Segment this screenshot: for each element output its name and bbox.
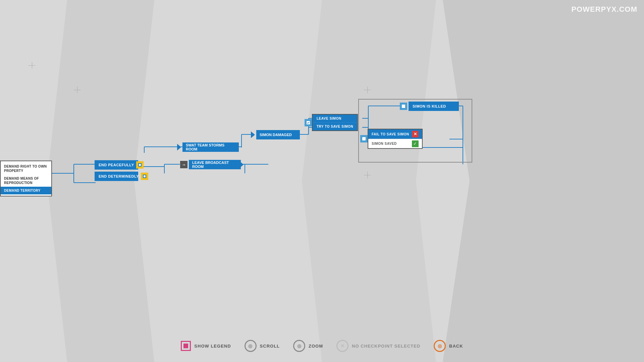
simon-damaged-node[interactable]: SIMON DAMAGED xyxy=(251,130,300,139)
watermark: POWERPYX.COM xyxy=(571,5,637,14)
back-button[interactable]: ◎ xyxy=(434,340,446,352)
simon-killed-node[interactable]: SIMON IS KILLED xyxy=(400,102,459,111)
svg-rect-40 xyxy=(362,137,366,140)
zoom-button: ◎ xyxy=(293,340,305,352)
no-checkpoint-button: ✕ xyxy=(336,340,348,352)
zoom-label: ZOOM xyxy=(309,344,323,349)
scroll-item: ◎ SCROLL xyxy=(245,340,280,352)
leave-broadcast-node[interactable]: ⇒ LEAVE BROADCAST ROOM xyxy=(180,160,244,169)
demand-right-item[interactable]: DEMAND RIGHT TO OWN PROPERTY xyxy=(1,163,51,175)
svg-rect-37 xyxy=(144,175,146,177)
no-checkpoint-label: NO CHECKPOINT SELECTED xyxy=(352,344,420,349)
svg-rect-39 xyxy=(402,105,405,108)
show-legend-item[interactable]: SHOW LEGEND xyxy=(181,341,231,351)
no-checkpoint-icon: ✕ xyxy=(340,343,345,349)
demand-means-item[interactable]: DEMAND MEANS OF REPRODUCTION xyxy=(1,175,51,187)
bottom-toolbar: SHOW LEGEND ◎ SCROLL ◎ ZOOM ✕ NO CHECKPO… xyxy=(0,340,644,352)
leave-simon-option[interactable]: LEAVE SIMON xyxy=(313,115,357,122)
end-determinedly-icon xyxy=(141,173,148,180)
back-icon: ◎ xyxy=(438,343,442,349)
no-checkpoint-item: ✕ NO CHECKPOINT SELECTED xyxy=(336,340,420,352)
back-item[interactable]: ◎ BACK xyxy=(434,340,463,352)
fail-save-box: FAIL TO SAVE SIMON ✕ SIMON SAVED ✓ xyxy=(368,129,423,149)
scroll-button: ◎ xyxy=(245,340,257,352)
fail-to-save-item[interactable]: FAIL TO SAVE SIMON ✕ xyxy=(368,129,422,139)
show-legend-icon xyxy=(183,344,188,348)
back-label: BACK xyxy=(449,344,463,349)
save-simon-choice: LEAVE SIMON TRY TO SAVE SIMON xyxy=(312,114,358,131)
decision-box: DEMAND RIGHT TO OWN PROPERTY DEMAND MEAN… xyxy=(0,161,52,196)
scroll-icon: ◎ xyxy=(248,343,253,349)
zoom-icon: ◎ xyxy=(297,343,302,349)
show-legend-button[interactable] xyxy=(181,341,191,351)
scroll-label: SCROLL xyxy=(260,344,280,349)
svg-rect-35 xyxy=(139,164,141,166)
demand-territory-item[interactable]: DEMAND TERRITORY xyxy=(1,187,51,194)
show-legend-label: SHOW LEGEND xyxy=(194,344,231,349)
swat-node[interactable]: SWAT TEAM STORMS ROOM xyxy=(177,142,239,152)
zoom-item: ◎ ZOOM xyxy=(293,340,323,352)
try-save-simon-option[interactable]: TRY TO SAVE SIMON xyxy=(313,122,357,130)
flow-area: DEMAND RIGHT TO OWN PROPERTY DEMAND MEAN… xyxy=(0,0,644,362)
end-determinedly-node[interactable]: END DETERMINEDLY xyxy=(95,166,138,175)
simon-saved-item[interactable]: SIMON SAVED ✓ xyxy=(368,139,422,148)
